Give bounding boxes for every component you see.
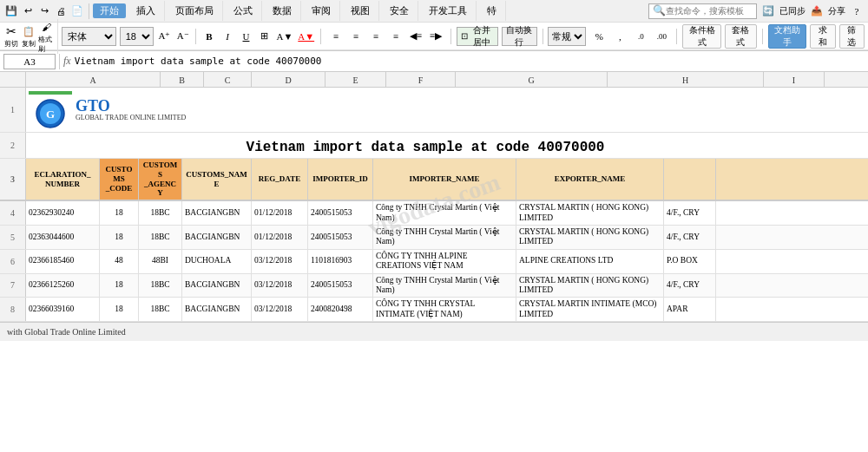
kai-shi-button[interactable]: 开始 xyxy=(93,3,126,18)
format-paint-icon[interactable]: 🖌 xyxy=(38,19,54,35)
header-customs-agency: CUSTOMS_AGENCY xyxy=(139,159,182,200)
col-header-c: C xyxy=(204,72,252,88)
tab-review[interactable]: 审阅 xyxy=(303,1,340,21)
table-row: 4 02362930240 18 18BC BACGIANGBN 01/12/2… xyxy=(0,201,868,226)
header-exporter-name: EXPORTER_NAME xyxy=(516,159,664,200)
comma-button[interactable]: , xyxy=(610,27,629,46)
align-right-button[interactable]: ≡ xyxy=(366,27,385,46)
tab-dev[interactable]: 开发工具 xyxy=(420,1,477,21)
logo: G GTO GLOBAL TRADE ONLINE LIMITED xyxy=(29,91,186,129)
merge-center-button[interactable]: ⊡ 合并居中 xyxy=(457,27,498,46)
cell-extra-4: APAR xyxy=(664,298,716,321)
italic-button[interactable]: I xyxy=(220,27,234,46)
header-customs-code: CUSTOMS_CODE xyxy=(100,159,139,200)
cell-impid-4: 2400820498 xyxy=(308,298,373,321)
underline-button[interactable]: U xyxy=(239,27,253,46)
formula-bar: A3 fx xyxy=(0,51,868,72)
table-row: 7 02366125260 18 18BC BACGIANGBN 03/12/2… xyxy=(0,274,868,298)
cell-extra-3: 4/F., CRY xyxy=(664,274,716,298)
tab-data[interactable]: 数据 xyxy=(264,1,301,21)
align-left-button[interactable]: ≡ xyxy=(326,27,345,46)
border-button[interactable]: ⊞ xyxy=(257,27,272,46)
font-size-decrease-icon[interactable]: A⁻ xyxy=(175,27,190,46)
toolbar-separator-1 xyxy=(89,3,89,19)
redo-icon[interactable]: ↪ xyxy=(36,3,52,19)
sum-button[interactable]: 求和 xyxy=(810,24,835,49)
table-format-button[interactable]: 套格式 xyxy=(725,24,757,49)
header-extra xyxy=(664,159,716,200)
font-size-select[interactable]: 18 xyxy=(120,27,154,46)
pct-button[interactable]: % xyxy=(589,27,608,46)
col-header-g: G xyxy=(456,72,608,88)
print-icon[interactable]: 🖨 xyxy=(53,3,69,19)
cell-regdate-1: 01/12/2018 xyxy=(252,226,308,249)
fmt-sep-3 xyxy=(450,29,451,44)
font-size-increase-icon[interactable]: A⁺ xyxy=(157,27,172,46)
undo-icon[interactable]: ↩ xyxy=(20,3,36,19)
table-header-row: 3 ECLARATION_NUMBER CUSTOMS_CODE CUSTOMS… xyxy=(0,159,868,201)
tab-view[interactable]: 视图 xyxy=(342,1,379,21)
cell-impname-0: Công ty TNHH Crystal Martin ( Việt Nam) xyxy=(373,201,516,225)
column-header-row: A B C D E F G H I xyxy=(0,72,868,88)
table-row: 8 02366039160 18 18BC BACGIANGBN 03/12/2… xyxy=(0,298,868,322)
formula-input[interactable] xyxy=(75,56,865,67)
cond-format-button[interactable]: 条件格式 xyxy=(682,24,721,49)
cell-decl-3: 02366125260 xyxy=(26,274,100,298)
row-num-2: 2 xyxy=(0,133,26,158)
search-box[interactable]: 🔍 xyxy=(648,3,757,19)
col-header-i: I xyxy=(764,72,825,88)
filter-button[interactable]: 筛选 xyxy=(839,24,865,49)
new-icon[interactable]: 📄 xyxy=(69,3,85,19)
doc-assist-button[interactable]: 文档助手 xyxy=(768,24,807,49)
bold-button[interactable]: B xyxy=(201,27,216,46)
logo-text: GTO GLOBAL TRADE ONLINE LIMITED xyxy=(76,98,186,122)
fmt-sep-1 xyxy=(195,29,196,44)
cell-reference-box[interactable]: A3 xyxy=(3,54,56,69)
logo-subtitle: GLOBAL TRADE ONLINE LIMITED xyxy=(76,114,186,122)
fill-color-button[interactable]: A▼ xyxy=(275,27,293,46)
cell-impname-4: CÔNG TY TNHH CRYSTAL INTIMATE (VIỆT NAM) xyxy=(373,298,516,321)
col-header-e: E xyxy=(326,72,386,88)
format-toolbar: ✂ 剪切 📋 复制 🖌 格式刷 宋体 18 A⁺ A⁻ B I U ⊞ A▼ A… xyxy=(0,23,868,50)
search-icon: 🔍 xyxy=(653,4,666,17)
cell-impname-2: CÔNG TY TNHH ALPINE CREATIONS VIỆT NAM xyxy=(373,250,516,273)
logo-row: 1 G GTO GLOBAL TRADE ONLINE LIMITED xyxy=(0,88,868,133)
tab-formula[interactable]: 公式 xyxy=(225,1,262,21)
save-icon[interactable]: 💾 xyxy=(3,3,19,19)
indent-dec-button[interactable]: ◀≡ xyxy=(406,27,425,46)
search-input[interactable] xyxy=(666,6,753,16)
cell-impid-1: 2400515053 xyxy=(308,226,373,249)
cell-extra-0: 4/F., CRY xyxy=(664,201,716,225)
auto-wrap-button[interactable]: 自动换行 xyxy=(502,27,537,46)
font-family-select[interactable]: 宋体 xyxy=(62,27,116,46)
col-header-a: A xyxy=(26,72,161,88)
cut-icon[interactable]: ✂ xyxy=(3,23,19,39)
cell-ccode-0: 18 xyxy=(100,201,139,225)
fmt-sep-5 xyxy=(676,29,677,44)
indent-inc-button[interactable]: ≡▶ xyxy=(426,27,445,46)
number-format-select[interactable]: 常规 xyxy=(548,27,586,46)
svg-rect-0 xyxy=(29,91,72,95)
align-center-button[interactable]: ≡ xyxy=(346,27,365,46)
tab-security[interactable]: 安全 xyxy=(381,1,418,21)
tab-insert[interactable]: 插入 xyxy=(128,1,165,21)
share-label: 分享 xyxy=(828,5,845,17)
formula-bar-separator xyxy=(59,54,60,69)
cell-cname-3: BACGIANGBN xyxy=(182,274,252,298)
tab-special[interactable]: 特 xyxy=(478,1,506,21)
share-button[interactable]: 📤 xyxy=(809,3,825,19)
dec-increase-button[interactable]: .0 xyxy=(631,27,650,46)
cell-cagency-3: 18BC xyxy=(139,274,182,298)
cell-ccode-4: 18 xyxy=(100,298,139,321)
toolbar-icons-left: 💾 ↩ ↪ 🖨 📄 xyxy=(3,3,85,19)
cell-regdate-2: 03/12/2018 xyxy=(252,250,308,273)
cell-extra-2: P.O BOX xyxy=(664,250,716,273)
copy-icon[interactable]: 📋 xyxy=(21,23,36,39)
help-icon[interactable]: ? xyxy=(849,3,865,19)
sync-icon[interactable]: 🔄 xyxy=(760,3,776,19)
dec-decrease-button[interactable]: .00 xyxy=(652,27,671,46)
font-color-button[interactable]: A▼ xyxy=(297,27,315,46)
align-justify-button[interactable]: ≡ xyxy=(386,27,405,46)
tab-layout[interactable]: 页面布局 xyxy=(167,1,223,21)
cell-decl-2: 02366185460 xyxy=(26,250,100,273)
